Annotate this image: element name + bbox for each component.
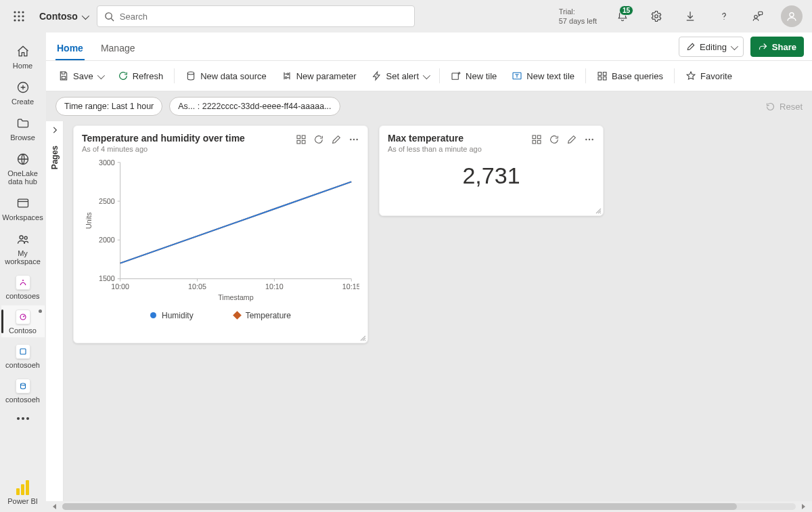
nav-my-workspace[interactable]: My workspace bbox=[1, 227, 45, 268]
svg-rect-32 bbox=[603, 72, 606, 76]
svg-rect-25 bbox=[62, 77, 65, 79]
cmd-save[interactable]: Save bbox=[53, 65, 108, 87]
nav-home[interactable]: Home bbox=[1, 39, 45, 72]
humidity-swatch-icon bbox=[150, 312, 156, 318]
expand-pages-button[interactable] bbox=[50, 125, 60, 135]
nav-powerbi[interactable]: Power BI bbox=[1, 475, 45, 512]
tab-manage[interactable]: Manage bbox=[99, 36, 137, 60]
cmd-new-text-tile[interactable]: New text tile bbox=[506, 65, 580, 87]
nav-item-contosoeh-2[interactable]: contosoeh bbox=[1, 375, 45, 406]
resize-handle-icon[interactable] bbox=[359, 335, 366, 341]
download-button[interactable] bbox=[678, 4, 702, 28]
svg-point-0 bbox=[14, 11, 16, 13]
cmd-favorite[interactable]: Favorite bbox=[680, 65, 738, 87]
edit-tile-icon[interactable] bbox=[331, 134, 342, 145]
more-icon[interactable] bbox=[348, 134, 359, 145]
svg-rect-29 bbox=[452, 73, 458, 79]
pages-label: Pages bbox=[50, 146, 60, 169]
nav-label: contosoeh bbox=[5, 396, 40, 404]
svg-rect-38 bbox=[302, 140, 305, 144]
svg-text:2000: 2000 bbox=[99, 236, 115, 244]
cmd-new-data-source[interactable]: New data source bbox=[180, 65, 272, 87]
nav-workspaces[interactable]: Workspaces bbox=[1, 191, 45, 224]
reset-button[interactable]: Reset bbox=[765, 102, 803, 112]
legend-temperature[interactable]: Temperature bbox=[234, 311, 291, 320]
svg-point-39 bbox=[350, 139, 351, 140]
nav-item-contoso[interactable]: Contoso bbox=[1, 305, 45, 337]
cmd-base-queries[interactable]: Base queries bbox=[591, 65, 669, 87]
dashboard-canvas[interactable]: Temperature and humidity over time As of… bbox=[64, 121, 812, 501]
svg-point-5 bbox=[22, 15, 24, 17]
pencil-icon bbox=[686, 42, 696, 51]
database-icon bbox=[185, 70, 196, 81]
filter-bar: Time range: Last 1 hour As... : 2222cccc… bbox=[46, 91, 812, 121]
svg-point-13 bbox=[754, 16, 758, 19]
nav-more-button[interactable] bbox=[15, 417, 31, 420]
feedback-button[interactable] bbox=[746, 4, 770, 28]
people-icon bbox=[16, 232, 30, 246]
scroll-track[interactable] bbox=[62, 503, 796, 510]
refresh-tile-icon[interactable] bbox=[313, 134, 324, 145]
main-area: Home Manage Editing Share Save bbox=[46, 33, 812, 512]
tile-max-temperature[interactable]: Max temperature As of less than a minute… bbox=[379, 125, 604, 216]
help-button[interactable] bbox=[712, 4, 736, 28]
scroll-left-button[interactable] bbox=[50, 502, 60, 511]
eventhouse-artifact-icon bbox=[16, 344, 30, 359]
edit-tile-icon[interactable] bbox=[566, 134, 577, 145]
svg-point-8 bbox=[22, 19, 24, 21]
svg-rect-62 bbox=[533, 135, 536, 139]
nav-item-contosoes[interactable]: contosoes bbox=[1, 271, 45, 303]
refresh-tile-icon[interactable] bbox=[549, 134, 560, 145]
account-button[interactable] bbox=[780, 4, 804, 28]
cmd-new-parameter[interactable]: New parameter bbox=[276, 65, 362, 87]
scroll-right-button[interactable] bbox=[798, 502, 808, 511]
svg-rect-34 bbox=[603, 77, 606, 80]
svg-text:10:10: 10:10 bbox=[265, 282, 284, 291]
scroll-thumb[interactable] bbox=[62, 503, 737, 510]
search-box[interactable] bbox=[97, 5, 415, 27]
explore-data-icon[interactable] bbox=[296, 134, 307, 145]
save-icon bbox=[58, 70, 69, 81]
svg-point-20 bbox=[24, 236, 27, 239]
tile-temperature-humidity[interactable]: Temperature and humidity over time As of… bbox=[73, 125, 368, 343]
cmd-refresh[interactable]: Refresh bbox=[112, 65, 169, 87]
notifications-button[interactable]: 15 bbox=[610, 4, 635, 28]
folder-icon bbox=[16, 116, 30, 130]
more-icon[interactable] bbox=[584, 134, 595, 145]
cmd-set-alert[interactable]: Set alert bbox=[366, 65, 434, 87]
dashboard-artifact-icon bbox=[16, 310, 30, 324]
mode-editing-button[interactable]: Editing bbox=[679, 37, 744, 57]
tab-home[interactable]: Home bbox=[55, 36, 85, 60]
app-launcher-button[interactable] bbox=[8, 5, 30, 27]
explore-data-icon[interactable] bbox=[531, 134, 542, 145]
nav-label: Power BI bbox=[7, 497, 38, 505]
cmd-new-tile[interactable]: New tile bbox=[445, 65, 502, 87]
nav-onelake[interactable]: OneLake data hub bbox=[1, 147, 45, 188]
notification-badge: 15 bbox=[619, 5, 633, 16]
search-input[interactable] bbox=[120, 12, 407, 22]
nav-browse[interactable]: Browse bbox=[1, 111, 45, 144]
svg-text:10:05: 10:05 bbox=[188, 282, 206, 291]
svg-point-7 bbox=[18, 19, 20, 21]
workspace-switcher[interactable]: Contoso bbox=[39, 11, 87, 22]
cmd-label: New data source bbox=[200, 71, 267, 81]
eventhouse-artifact-icon bbox=[16, 379, 30, 393]
svg-rect-64 bbox=[533, 140, 536, 144]
nav-label: Home bbox=[13, 62, 32, 70]
svg-point-11 bbox=[655, 15, 658, 18]
question-icon bbox=[718, 10, 730, 22]
nav-create[interactable]: Create bbox=[1, 75, 45, 108]
svg-point-19 bbox=[20, 236, 23, 239]
filter-asset[interactable]: As... : 2222cccc-33dd-eeee-ff44-aaaaa... bbox=[169, 97, 340, 116]
share-button[interactable]: Share bbox=[750, 37, 804, 57]
horizontal-scrollbar[interactable] bbox=[46, 501, 812, 512]
nav-item-contosoeh-1[interactable]: contosoeh bbox=[1, 340, 45, 372]
filter-time-range[interactable]: Time range: Last 1 hour bbox=[55, 97, 162, 116]
resize-handle-icon[interactable] bbox=[595, 207, 602, 214]
tile-title: Temperature and humidity over time bbox=[82, 133, 290, 144]
stat-value: 2,731 bbox=[380, 153, 603, 204]
settings-button[interactable] bbox=[644, 4, 669, 28]
refresh-icon bbox=[118, 70, 129, 81]
chevron-down-icon bbox=[82, 11, 87, 22]
legend-humidity[interactable]: Humidity bbox=[150, 311, 194, 320]
